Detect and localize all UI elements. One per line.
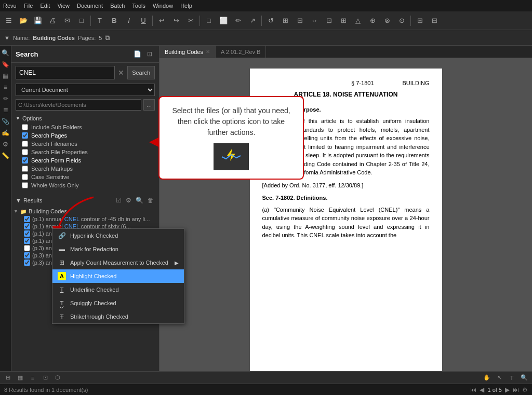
result-check-2[interactable]	[24, 230, 30, 237]
tool5-btn[interactable]: ⊡	[322, 14, 336, 28]
sidebar-icon-markups[interactable]: ✏	[1, 93, 11, 104]
case-sensitive-checkbox[interactable]	[22, 174, 28, 180]
search-filenames-checkbox[interactable]	[22, 141, 28, 147]
hand-tool-btn[interactable]: ✋	[481, 372, 493, 384]
nav-settings-btn[interactable]: ⚙	[522, 386, 528, 393]
result-check-4[interactable]	[24, 245, 30, 251]
view2-btn[interactable]: ⊟	[428, 14, 441, 28]
sidebar-icon-layers[interactable]: ≡	[1, 82, 11, 92]
underline-btn[interactable]: U	[137, 14, 150, 28]
save-btn[interactable]: 💾	[31, 14, 45, 28]
result-parent-item[interactable]: ▼ 📁 Building Codes	[14, 207, 157, 215]
menu-revu[interactable]: Revu	[3, 3, 17, 9]
menu-window[interactable]: Window	[153, 3, 173, 9]
nav-next-btn[interactable]: ▶	[505, 386, 510, 393]
menu-item-redaction[interactable]: ▬ Mark for Redaction	[52, 242, 184, 256]
menu-edit[interactable]: Edit	[40, 3, 50, 9]
text-btn[interactable]: T	[93, 14, 107, 28]
search-pages-checkbox[interactable]	[22, 132, 28, 139]
search-panel-icon2[interactable]: ⊡	[144, 49, 155, 59]
result-check-6[interactable]	[24, 260, 30, 266]
result-check-0[interactable]	[24, 216, 30, 222]
include-subfolders-checkbox[interactable]	[22, 124, 28, 130]
path-input[interactable]	[16, 99, 141, 111]
sidebar-icon-attach[interactable]: 📎	[1, 116, 11, 127]
search-file-properties-checkbox[interactable]	[22, 149, 28, 155]
tool10-btn[interactable]: ⊙	[395, 14, 408, 28]
options-toggle[interactable]: ▼ Options	[16, 114, 155, 123]
results-delete-button[interactable]: 🗑	[147, 196, 155, 205]
tool3-btn[interactable]: ⊟	[293, 14, 307, 28]
tab-close-building-codes[interactable]: ✕	[206, 49, 210, 55]
bottom-tool-1[interactable]: ⊞	[2, 372, 14, 384]
menu-tools[interactable]: Tools	[132, 3, 145, 9]
tab-a2012[interactable]: A 2.01.2_Rev B	[216, 46, 266, 58]
bold-btn[interactable]: B	[108, 14, 121, 28]
sidebar-icon-signatures[interactable]: ✍	[1, 128, 11, 138]
open-btn[interactable]: 📂	[17, 14, 30, 28]
search-panel-icon1[interactable]: 📄	[132, 49, 142, 59]
nav-first-btn[interactable]: ⏮	[470, 386, 476, 393]
view1-btn[interactable]: ⊞	[413, 14, 427, 28]
menu-item-underline[interactable]: T Underline Checked	[52, 283, 184, 296]
sidebar-icon-measure[interactable]: 📏	[1, 151, 11, 161]
markup1-btn[interactable]: □	[202, 14, 216, 28]
print-btn[interactable]: 🖨	[46, 14, 59, 28]
sidebar-icon-settings[interactable]: ⚙	[1, 139, 11, 149]
result-check-3[interactable]	[24, 238, 30, 244]
text-select-tool-btn[interactable]: T	[506, 372, 517, 384]
menu-batch[interactable]: Batch	[110, 3, 125, 9]
nav-last-btn[interactable]: ⏭	[513, 386, 519, 393]
nav-prev-btn[interactable]: ◀	[480, 386, 484, 393]
sidebar-icon-bookmarks[interactable]: 🔖	[1, 59, 11, 70]
menu-file[interactable]: File	[24, 3, 33, 9]
dropdown-arrow[interactable]: ▼	[4, 35, 10, 41]
bottom-tool-5[interactable]: ⬡	[52, 372, 63, 384]
tool2-btn[interactable]: ⊞	[278, 14, 292, 28]
sidebar-icon-search[interactable]: 🔍	[1, 48, 11, 58]
results-toggle[interactable]: ▼ Results	[16, 197, 43, 203]
cut-btn[interactable]: ✂	[184, 14, 197, 28]
menu-document[interactable]: Document	[77, 3, 103, 9]
bottom-tool-2[interactable]: ▦	[15, 372, 26, 384]
scope-select[interactable]: Current Document	[16, 84, 155, 96]
menu-view[interactable]: View	[57, 3, 70, 9]
undo-btn[interactable]: ↩	[155, 14, 168, 28]
markup4-btn[interactable]: ↗	[246, 14, 259, 28]
sidebar-icon-thumbnails[interactable]: ▦	[1, 71, 11, 81]
menu-item-highlight[interactable]: A Highlight Checked	[52, 269, 184, 283]
markup2-btn[interactable]: ⬜	[217, 14, 230, 28]
email-btn[interactable]: ✉	[60, 14, 74, 28]
search-markups-checkbox[interactable]	[22, 166, 28, 172]
menu-help[interactable]: Help	[180, 3, 192, 9]
copy-icon[interactable]: ⧉	[105, 34, 113, 42]
path-browse-button[interactable]: …	[143, 99, 155, 111]
tool6-btn[interactable]: ⊞	[337, 14, 350, 28]
select-tool-btn[interactable]: ↖	[494, 372, 505, 384]
tool1-btn[interactable]: ↺	[264, 14, 277, 28]
search-form-fields-checkbox[interactable]	[22, 157, 28, 164]
menu-item-strikethrough[interactable]: T Strikethrough Checked	[52, 310, 184, 323]
results-check-all-button[interactable]: ☑	[115, 196, 123, 205]
tool4-btn[interactable]: ↔	[308, 14, 321, 28]
search-input[interactable]	[16, 66, 115, 79]
menu-item-squiggly[interactable]: T Squiggly Checked	[52, 296, 184, 310]
tool8-btn[interactable]: ⊕	[366, 14, 379, 28]
whole-words-checkbox[interactable]	[22, 182, 28, 188]
results-options-button[interactable]: ⚙	[125, 196, 132, 205]
result-check-1[interactable]	[24, 223, 30, 229]
menu-item-hyperlink[interactable]: 🔗 Hyperlink Checked	[52, 229, 184, 242]
clear-search-button[interactable]: ✕	[117, 69, 125, 77]
tool9-btn[interactable]: ⊗	[380, 14, 394, 28]
tool7-btn[interactable]: △	[351, 14, 365, 28]
redo-btn[interactable]: ↪	[169, 14, 183, 28]
markup3-btn[interactable]: ✏	[231, 14, 245, 28]
italic-btn[interactable]: I	[122, 14, 136, 28]
tab-building-codes[interactable]: Building Codes ✕	[159, 46, 216, 58]
result-check-5[interactable]	[24, 252, 30, 258]
zoom-btn[interactable]: 🔍	[518, 372, 530, 384]
menu-item-count[interactable]: ⊞ Apply Count Measurement to Checked ▶	[52, 256, 184, 269]
new-btn[interactable]: ☰	[2, 14, 16, 28]
bottom-tool-4[interactable]: ⊡	[39, 372, 51, 384]
bottom-tool-3[interactable]: ≡	[27, 372, 38, 384]
